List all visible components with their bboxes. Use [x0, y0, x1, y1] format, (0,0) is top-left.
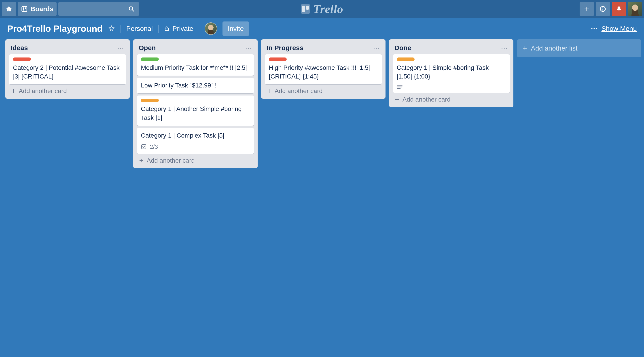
- card-title: Category 1 | Simple #boring Task |1.50| …: [397, 63, 506, 81]
- team-label: Personal: [126, 25, 153, 32]
- show-menu-link[interactable]: Show Menu: [602, 25, 637, 32]
- add-card-button[interactable]: Add another card: [135, 154, 256, 166]
- svg-rect-0: [22, 6, 27, 12]
- card[interactable]: Medium Priority Task for **me** !! |2.5|: [137, 54, 254, 76]
- boards-button-label: Boards: [30, 5, 54, 13]
- user-avatar[interactable]: [628, 2, 642, 16]
- card-list: Medium Priority Task for **me** !! |2.5|…: [135, 54, 256, 154]
- plus-icon: [266, 88, 272, 94]
- svg-rect-15: [397, 88, 400, 89]
- svg-point-6: [602, 8, 603, 8]
- board-canvas: Ideas⋯Category 2 | Potential #awesome Ta…: [0, 39, 644, 357]
- card[interactable]: Category 1 | Simple #boring Task |1.50| …: [393, 54, 510, 93]
- card-label: [141, 99, 159, 102]
- board-header: Pro4Trello Playground Personal Private I…: [0, 18, 644, 39]
- svg-rect-14: [397, 86, 402, 87]
- card-badges: 2/3: [141, 144, 250, 150]
- card-title: High Priority #awesome Task !!! |1.5| [C…: [269, 63, 378, 81]
- trello-mark-icon: [301, 4, 310, 14]
- card-list: Category 1 | Simple #boring Task |1.50| …: [391, 54, 512, 93]
- card-label: [269, 58, 287, 61]
- card-label: [397, 58, 414, 61]
- svg-rect-1: [23, 8, 24, 10]
- add-card-button[interactable]: Add another card: [7, 84, 128, 96]
- card-title: Medium Priority Task for **me** !! |2.5|: [141, 63, 250, 72]
- list-header: Open⋯: [135, 42, 256, 54]
- list: Done⋯Category 1 | Simple #boring Task |1…: [389, 39, 514, 107]
- card[interactable]: Category 1 | Another Simple #boring Task…: [137, 96, 254, 126]
- svg-point-10: [594, 28, 594, 29]
- home-icon: [5, 5, 12, 12]
- list: Open⋯Medium Priority Task for **me** !! …: [133, 39, 258, 168]
- svg-line-4: [132, 10, 134, 12]
- svg-rect-7: [603, 9, 603, 11]
- list: Ideas⋯Category 2 | Potential #awesome Ta…: [5, 39, 130, 99]
- list-header: In Progress⋯: [263, 42, 384, 54]
- boards-icon: [21, 6, 28, 12]
- list-menu-button[interactable]: ⋯: [245, 44, 252, 52]
- checklist-count: 2/3: [150, 144, 158, 150]
- info-icon: [600, 6, 606, 12]
- search-input[interactable]: [58, 2, 139, 16]
- star-icon[interactable]: [108, 25, 115, 32]
- board-member-avatar[interactable]: [204, 22, 217, 35]
- plus-icon: [522, 46, 528, 51]
- separator: [120, 24, 121, 33]
- card-list: Category 2 | Potential #awesome Task |3|…: [7, 54, 128, 84]
- plus-icon: [139, 158, 144, 163]
- card[interactable]: Low Priority Task `$12.99` !: [137, 78, 254, 93]
- card-title: Category 2 | Potential #awesome Task |3|…: [13, 63, 122, 81]
- lock-icon: [164, 26, 170, 32]
- add-list-button[interactable]: Add another list: [517, 39, 641, 57]
- card[interactable]: Category 2 | Potential #awesome Task |3|…: [9, 54, 126, 84]
- list-menu-button[interactable]: ⋯: [501, 44, 508, 52]
- global-header: Boards Trello: [0, 0, 644, 18]
- svg-rect-8: [165, 28, 168, 31]
- list-title[interactable]: Ideas: [11, 44, 28, 52]
- list-header: Ideas⋯: [7, 42, 128, 54]
- list-title[interactable]: Open: [139, 44, 156, 52]
- list-title[interactable]: Done: [394, 44, 411, 52]
- list-menu-button[interactable]: ⋯: [117, 44, 124, 52]
- card[interactable]: Category 1 | Complex Task |5|2/3: [137, 128, 254, 154]
- add-card-button[interactable]: Add another card: [263, 84, 384, 96]
- checklist-icon: [141, 144, 147, 150]
- add-card-label: Add another card: [19, 88, 67, 94]
- add-card-label: Add another card: [274, 88, 323, 94]
- add-card-label: Add another card: [402, 96, 450, 103]
- svg-point-9: [591, 28, 592, 29]
- add-list-label: Add another list: [531, 44, 577, 52]
- plus-icon: [11, 88, 16, 94]
- notifications-button[interactable]: [612, 2, 626, 16]
- create-button[interactable]: [580, 2, 594, 16]
- card-title: Category 1 | Another Simple #boring Task…: [141, 104, 250, 122]
- separator: [158, 24, 158, 33]
- card-label: [141, 58, 159, 61]
- visibility-link[interactable]: Private: [164, 25, 193, 32]
- app-logo-text: Trello: [313, 2, 343, 16]
- team-link[interactable]: Personal: [126, 25, 153, 32]
- svg-rect-13: [397, 85, 402, 86]
- card-label: [13, 58, 31, 61]
- boards-button[interactable]: Boards: [18, 2, 56, 16]
- plus-icon: [584, 6, 590, 12]
- card-title: Low Priority Task `$12.99` !: [141, 81, 250, 90]
- card[interactable]: High Priority #awesome Task !!! |1.5| [C…: [265, 54, 382, 84]
- board-title[interactable]: Pro4Trello Playground: [7, 24, 103, 34]
- more-icon[interactable]: [591, 28, 598, 30]
- info-button[interactable]: [596, 2, 610, 16]
- home-button[interactable]: [2, 2, 16, 16]
- card-title: Category 1 | Complex Task |5|: [141, 131, 250, 140]
- add-card-label: Add another card: [147, 157, 195, 164]
- invite-button[interactable]: Invite: [222, 22, 249, 36]
- list: In Progress⋯High Priority #awesome Task …: [261, 39, 386, 99]
- add-card-button[interactable]: Add another card: [391, 93, 512, 104]
- invite-button-label: Invite: [228, 25, 244, 32]
- bell-icon: [616, 6, 622, 12]
- search-icon: [128, 6, 135, 12]
- plus-icon: [394, 97, 400, 102]
- list-title[interactable]: In Progress: [266, 44, 304, 52]
- svg-point-11: [596, 28, 597, 29]
- card-list: High Priority #awesome Task !!! |1.5| [C…: [263, 54, 384, 84]
- list-menu-button[interactable]: ⋯: [373, 44, 380, 52]
